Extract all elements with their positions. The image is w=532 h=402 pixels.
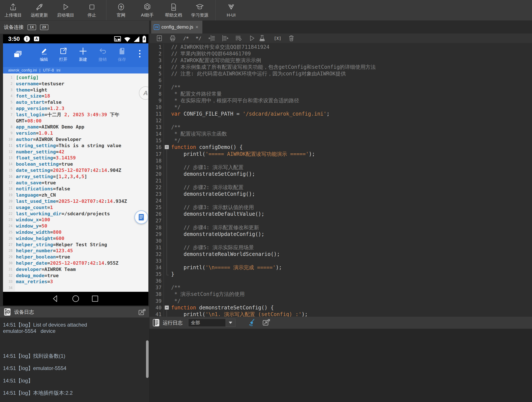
- remote-update-button[interactable]: 远程更新: [26, 0, 52, 20]
- more-menu-button[interactable]: [133, 49, 146, 60]
- learning-resources-button[interactable]: 学习资源: [187, 0, 213, 20]
- official-site-button[interactable]: ? 官网: [108, 0, 134, 20]
- undo-icon: [98, 46, 107, 56]
- print-button[interactable]: [168, 34, 177, 42]
- open-button[interactable]: 打开: [53, 46, 73, 62]
- edit-label: 编辑: [40, 57, 48, 62]
- line-text: debug_mode=true: [15, 273, 59, 279]
- tab-config-demo[interactable]: JS config_demo.js ×: [151, 21, 202, 33]
- code-line: 21: [149, 178, 532, 184]
- line-text: // AIWROK软件安卓交流QQ群711841924: [170, 44, 269, 50]
- clear-button[interactable]: [287, 34, 296, 42]
- nav-home-icon[interactable]: [71, 294, 80, 303]
- comment-open-button[interactable]: /*: [181, 34, 191, 42]
- ini-line: 23window_x=100: [3, 217, 148, 223]
- edit-button[interactable]: 编辑: [34, 46, 54, 62]
- fold-marker[interactable]: −: [164, 304, 170, 311]
- line-number: 11: [3, 143, 15, 149]
- pages-button[interactable]: [8, 49, 28, 60]
- upload-project-button[interactable]: 上传项目: [0, 0, 26, 20]
- hui-button[interactable]: H-UI: [217, 0, 245, 20]
- fold-marker: [164, 217, 170, 224]
- fold-marker: [164, 204, 170, 211]
- fold-marker[interactable]: −: [164, 144, 170, 151]
- fold-marker: [164, 224, 170, 231]
- clear-log-broom-icon[interactable]: [247, 318, 256, 327]
- run-log-content[interactable]: [149, 329, 532, 402]
- line-number: 33: [3, 279, 15, 285]
- line-number: 22: [3, 211, 15, 217]
- line-number: 24: [3, 223, 15, 229]
- nav-recents-icon[interactable]: [91, 294, 99, 303]
- fold-marker: [164, 57, 170, 64]
- line-number: 4: [149, 64, 164, 70]
- undo-button[interactable]: 撤销: [93, 46, 113, 62]
- trash-icon: [288, 35, 295, 42]
- expand-log-icon[interactable]: [262, 319, 270, 327]
- line-number: 18: [149, 157, 164, 164]
- ini-line: 21usage_count=1: [3, 204, 148, 211]
- help-docs-button[interactable]: 帮助文档: [160, 0, 187, 20]
- device-log-icon: [3, 308, 11, 316]
- phone-text-editor[interactable]: 1[config]2username=testuser3theme=light4…: [3, 74, 148, 292]
- nav-back-icon[interactable]: [51, 294, 60, 303]
- toolbar-label: 官网: [117, 12, 125, 18]
- code-line: 14 * 配置读写演示主函数: [149, 131, 532, 137]
- select-variable-button[interactable]: [X]: [273, 34, 282, 42]
- ini-line: 2username=testuser: [3, 81, 148, 87]
- log-row: 14:51【log】emulator-5554: [3, 365, 66, 372]
- line-text: window_y=50: [15, 223, 47, 229]
- line-number: 16: [3, 173, 15, 180]
- format-code-button[interactable]: [234, 34, 243, 42]
- code-line: 26 demonstrateDefaultValue();: [149, 211, 532, 217]
- fold-marker: [164, 131, 170, 137]
- ini-line: 17auto_save=true: [3, 180, 148, 186]
- line-text: username=testuser: [15, 81, 64, 87]
- zoom-2x-button[interactable]: 2X: [40, 25, 49, 30]
- run-script-button[interactable]: [247, 34, 257, 42]
- test-button[interactable]: [257, 34, 267, 42]
- code-line: 9 * 在实际应用中，根据不同平台和需求设置合适的路径: [149, 97, 532, 104]
- floating-doc-button[interactable]: [134, 210, 148, 224]
- phone-mirror[interactable]: 3:50 A 编辑: [3, 34, 148, 306]
- code-line: 18: [149, 157, 532, 164]
- top-toolbar: 上传项目 远程更新 启动项目 停止 ? 官网 AI助手 帮助文档: [0, 0, 532, 21]
- phone-file-bar: aiwrok_config.ini | UTF-8 ini: [3, 67, 148, 74]
- launch-project-button[interactable]: 启动项目: [52, 0, 79, 20]
- fold-marker: [164, 244, 170, 251]
- ini-line: 24window_y=50: [3, 223, 148, 229]
- stop-button[interactable]: 停止: [79, 0, 105, 20]
- new-file-button[interactable]: [155, 34, 164, 42]
- save-button[interactable]: 保存: [112, 46, 132, 62]
- ai-assistant-button[interactable]: AI助手: [134, 0, 160, 20]
- line-text: var CONFIG_FILE_PATH = '/sdcard/aiwrok_c…: [170, 111, 330, 117]
- code-editor[interactable]: 1// AIWROK软件安卓交流QQ群7118419242// 苹果内测软件QQ…: [149, 43, 532, 317]
- doc-glyph-icon: [138, 214, 145, 221]
- save-label: 保存: [118, 57, 126, 62]
- line-number: 20: [3, 198, 15, 204]
- line-text: version=1.0.1: [15, 130, 53, 136]
- log-filter-dropdown[interactable]: 全部: [188, 319, 235, 327]
- dropdown-arrow-button[interactable]: [226, 319, 235, 327]
- device-log-list[interactable]: 14:51【log】List of devices attachedemulat…: [0, 318, 149, 402]
- line-text: // 苹果内测软件QQ群648461709: [170, 50, 251, 57]
- scrollbar-thumb[interactable]: [146, 340, 149, 378]
- line-text: max_retries=3: [15, 279, 53, 285]
- line-text: [170, 157, 171, 164]
- line-number: 12: [3, 149, 15, 155]
- line-number: 41: [149, 311, 164, 317]
- indent-button[interactable]: [220, 34, 229, 42]
- zoom-1x-button[interactable]: 1X: [27, 25, 36, 30]
- toolbar-label: 学习资源: [191, 12, 208, 18]
- fold-marker: [164, 291, 170, 297]
- js-file-icon: JS: [154, 25, 159, 30]
- line-number: 30: [149, 238, 164, 244]
- ini-line: 14boolean_setting=true: [3, 161, 148, 167]
- comment-open-icon: /*: [183, 36, 189, 41]
- expand-window-icon[interactable]: [138, 309, 146, 316]
- new-button[interactable]: 新建: [73, 46, 93, 62]
- tab-close-icon[interactable]: ×: [196, 24, 198, 30]
- comment-close-button[interactable]: */: [194, 34, 203, 42]
- outdent-button[interactable]: [207, 34, 216, 42]
- fold-marker: [164, 198, 170, 204]
